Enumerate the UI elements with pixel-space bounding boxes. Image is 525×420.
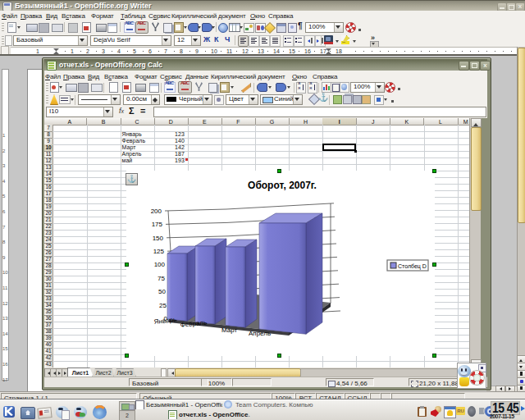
svg-text:25: 25 [159,302,167,309]
svg-text:175: 175 [152,221,163,228]
svg-text:Столбец D: Столбец D [398,263,427,270]
svg-text:150: 150 [153,235,164,242]
svg-text:125: 125 [153,248,165,255]
svg-text:Апрель: Апрель [249,330,271,337]
svg-text:Оборот, 2007г.: Оборот, 2007г. [248,180,317,191]
svg-text:200: 200 [151,208,162,215]
svg-text:50: 50 [158,288,166,295]
svg-text:100: 100 [154,261,166,268]
svg-text:Март: Март [221,326,237,334]
svg-text:75: 75 [158,275,165,282]
